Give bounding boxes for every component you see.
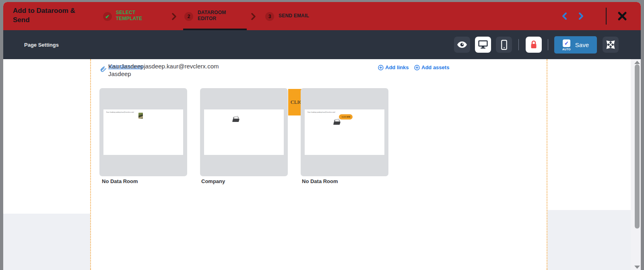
auto-save-label: AUTO xyxy=(562,48,571,51)
preview-sender-text: Kaur Jasdeep jasdeep.kaur@revclerx.com/ xyxy=(308,111,335,113)
click-here-label: CLICK HERE xyxy=(341,116,350,117)
click-here-button[interactable]: CLICK HERE xyxy=(339,114,353,120)
scrollbar-track[interactable] xyxy=(631,59,641,270)
template-card-company[interactable] xyxy=(200,88,288,176)
eye-icon xyxy=(457,41,467,48)
right-gutter xyxy=(547,210,631,270)
folder-icon xyxy=(233,116,240,122)
left-gutter xyxy=(3,214,90,270)
card-page-preview: Kaur Jasdeep jasdeep.kaur@revclerx.com/ xyxy=(103,109,183,155)
add-assets-label: Add assets xyxy=(421,64,449,70)
card-page-preview xyxy=(204,109,284,155)
add-links-button[interactable]: Add links xyxy=(378,64,409,70)
add-links-label: Add links xyxy=(385,64,409,70)
scroll-up-arrow-icon[interactable] xyxy=(634,61,640,64)
plus-circle-icon xyxy=(378,65,384,70)
add-to-dataroom-modal: Add to Dataroom & Send ✔ SELECT TEMPLATE… xyxy=(3,2,641,270)
recipient-block: Visit dataroom KaurJasdeep jasdeep.kaur@… xyxy=(108,63,219,78)
recipient-name: KaurJasdeep xyxy=(108,63,144,70)
step1-check-badge: ✔ xyxy=(103,12,112,21)
mobile-icon xyxy=(501,40,507,50)
drag-tag[interactable]: CLICK HERE xyxy=(288,89,301,115)
card-page-preview: Kaur Jasdeep jasdeep.kaur@revclerx.com/ … xyxy=(305,109,384,155)
preview-thumbnail-image xyxy=(138,113,143,119)
fullscreen-button[interactable] xyxy=(603,37,619,53)
editor-toolbar: Page Settings xyxy=(3,30,641,59)
lock-button[interactable] xyxy=(526,37,542,53)
save-button[interactable]: ✓ AUTO Save xyxy=(554,36,597,54)
next-arrow-icon[interactable] xyxy=(576,12,585,21)
plus-circle-icon xyxy=(414,65,420,70)
card-label: No Data Room xyxy=(102,178,138,184)
template-card-no-data-room-2[interactable]: Kaur Jasdeep jasdeep.kaur@revclerx.com/ … xyxy=(301,88,388,176)
template-card-no-data-room-1[interactable]: Kaur Jasdeep jasdeep.kaur@revclerx.com/ xyxy=(99,88,187,176)
save-button-label: Save xyxy=(575,41,589,48)
recipient-line2: Jasdeep xyxy=(108,70,219,78)
card-label: Company xyxy=(201,178,225,184)
modal-title: Add to Dataroom & Send xyxy=(13,6,87,25)
auto-save-checkbox[interactable]: ✓ xyxy=(563,39,570,47)
mobile-view-button[interactable] xyxy=(496,37,512,53)
step-separator-chevron-icon xyxy=(250,13,256,20)
modal-header: Add to Dataroom & Send ✔ SELECT TEMPLATE… xyxy=(3,2,641,30)
step3-number-badge: 3 xyxy=(265,12,274,21)
step-separator-chevron-icon xyxy=(171,13,177,20)
desktop-icon xyxy=(478,40,488,49)
lock-icon xyxy=(530,40,537,49)
header-divider xyxy=(606,8,607,25)
desktop-view-button[interactable] xyxy=(475,37,491,53)
toolbar-divider xyxy=(518,39,519,50)
preview-sender-text: Kaur Jasdeep jasdeep.kaur@revclerx.com/ xyxy=(106,111,134,113)
canvas-left-guide xyxy=(90,59,91,270)
step2-label: DATAROOM EDITOR xyxy=(198,10,235,22)
toolbar-divider xyxy=(548,39,548,50)
attachment-paperclip-icon[interactable] xyxy=(99,65,107,73)
close-icon[interactable] xyxy=(616,10,628,22)
editor-canvas-area: Visit dataroom KaurJasdeep jasdeep.kaur@… xyxy=(3,59,641,270)
recipient-email: jasdeep.kaur@revclerx.com xyxy=(144,63,219,70)
card-label: No Data Room xyxy=(302,178,338,184)
folder-icon xyxy=(334,119,341,125)
step1-label: SELECT TEMPLATE xyxy=(116,10,149,22)
step2-number-badge: 2 xyxy=(184,12,193,21)
canvas-right-guide xyxy=(547,59,547,270)
preview-button[interactable] xyxy=(454,37,470,53)
fullscreen-expand-icon xyxy=(606,40,615,49)
step3-label: SEND EMAIL xyxy=(279,13,309,19)
check-icon: ✔ xyxy=(105,14,110,20)
step3-number: 3 xyxy=(268,14,271,19)
page-settings-label: Page Settings xyxy=(24,42,59,48)
scroll-down-arrow-icon[interactable] xyxy=(634,266,640,269)
drag-tag-label: CLICK HERE xyxy=(288,99,301,105)
prev-arrow-icon[interactable] xyxy=(560,12,569,21)
scrollbar-thumb[interactable] xyxy=(635,64,640,229)
add-assets-button[interactable]: Add assets xyxy=(414,64,449,70)
step2-number: 2 xyxy=(188,14,190,19)
